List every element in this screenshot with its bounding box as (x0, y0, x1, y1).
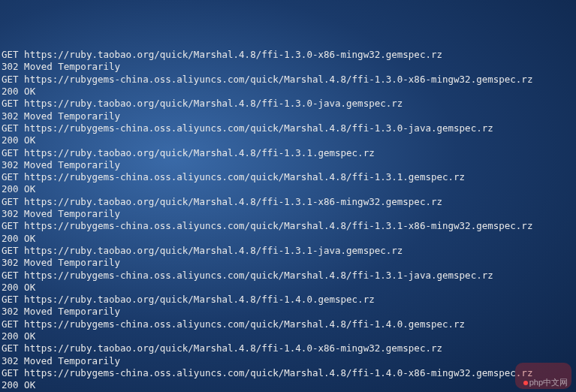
terminal-line: GET https://ruby.taobao.org/quick/Marsha… (2, 245, 576, 257)
terminal-line: GET https://ruby.taobao.org/quick/Marsha… (2, 147, 576, 159)
terminal-line: GET https://ruby.taobao.org/quick/Marsha… (2, 196, 576, 208)
terminal-line: GET https://ruby.taobao.org/quick/Marsha… (2, 342, 576, 354)
terminal-line: GET https://ruby.taobao.org/quick/Marsha… (2, 49, 576, 61)
terminal-line: 200 OK (2, 330, 576, 342)
terminal-line: GET https://ruby.taobao.org/quick/Marsha… (2, 294, 576, 306)
terminal-line: 302 Moved Temporarily (2, 61, 576, 73)
terminal-line: GET https://rubygems-china.oss.aliyuncs.… (2, 122, 576, 134)
terminal-line: 302 Moved Temporarily (2, 110, 576, 122)
watermark-badge: php中文网 (515, 363, 571, 389)
terminal-line: 200 OK (2, 183, 576, 195)
terminal-line: GET https://rubygems-china.oss.aliyuncs.… (2, 220, 576, 232)
terminal-line: 302 Moved Temporarily (2, 355, 576, 367)
terminal-line: 200 OK (2, 134, 576, 146)
terminal-line: 302 Moved Temporarily (2, 306, 576, 318)
terminal-line: GET https://rubygems-china.oss.aliyuncs.… (2, 270, 576, 282)
terminal-line: 200 OK (2, 233, 576, 245)
terminal-line: GET https://rubygems-china.oss.aliyuncs.… (2, 318, 576, 330)
terminal-line: 302 Moved Temporarily (2, 159, 576, 171)
terminal-line: GET https://ruby.taobao.org/quick/Marsha… (2, 98, 576, 110)
terminal-line: 302 Moved Temporarily (2, 208, 576, 220)
terminal-line: 302 Moved Temporarily (2, 257, 576, 269)
terminal-line: GET https://rubygems-china.oss.aliyuncs.… (2, 74, 576, 86)
terminal-line: 200 OK (2, 379, 576, 391)
watermark-dot-icon (523, 381, 528, 385)
watermark-text: php中文网 (529, 378, 568, 387)
terminal-output[interactable]: GET https://ruby.taobao.org/quick/Marsha… (0, 49, 576, 392)
terminal-line: 200 OK (2, 86, 576, 98)
terminal-line: 200 OK (2, 282, 576, 294)
terminal-line: GET https://rubygems-china.oss.aliyuncs.… (2, 171, 576, 183)
terminal-line: GET https://rubygems-china.oss.aliyuncs.… (2, 367, 576, 379)
